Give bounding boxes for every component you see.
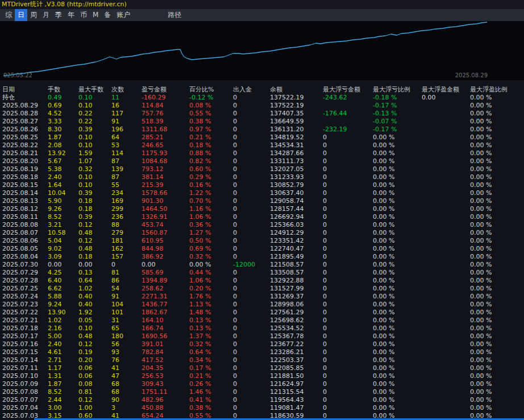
table-row[interactable]: 2025.07.088.520.81681751.111.46 %0121315… (2, 388, 524, 396)
table-row[interactable]: 2025.07.300.000.0000.000.00 %-1200012150… (2, 261, 524, 269)
table-row[interactable]: 2025.08.290.690.1016114.840.08 %0137522.… (2, 102, 524, 110)
tab-年[interactable]: 年 (65, 9, 77, 21)
table-cell: 0 (233, 149, 270, 157)
table-cell: 1751.11 (142, 388, 189, 396)
table-cell: 128998.06 (270, 301, 323, 309)
column-header-百分比%[interactable]: 百分比% (189, 85, 233, 94)
table-row[interactable]: 持仓0.490.1011-160.29-0.12 %0137522.19-243… (2, 94, 524, 102)
table-cell: 31 (111, 317, 142, 325)
table-row[interactable]: 2025.08.182.400.1087381.140.29 %0131233.… (2, 173, 524, 181)
table-row[interactable]: 2025.08.222.080.1053246.650.18 %0134534.… (2, 142, 524, 149)
table-row[interactable]: 2025.07.2213.901.921011862.671.48 %01275… (2, 309, 524, 317)
table-row[interactable]: 2025.07.239.240.401041436.771.13 %012899… (2, 301, 524, 309)
table-row[interactable]: 2025.08.118.520.392361326.911.06 %012669… (2, 213, 524, 221)
table-row[interactable]: 2025.08.2113.921.591141175.930.88 %01342… (2, 149, 524, 157)
table-cell (422, 317, 470, 325)
table-row[interactable]: 2025.07.142.710.2076417.520.34 %0122503.… (2, 356, 524, 364)
table-row[interactable]: 2025.08.083.210.1288453.740.36 %0125366.… (2, 221, 524, 229)
table-cell: 0 (233, 213, 270, 221)
table-cell: 134534.31 (270, 142, 323, 149)
column-header-手数[interactable]: 手数 (48, 85, 78, 94)
table-cell: 0 (323, 149, 373, 157)
table-row[interactable]: 2025.08.043.090.18157386.920.32 %0121895… (2, 253, 524, 261)
table-cell: 0.60 % (189, 165, 233, 173)
table-cell: 0.00 % (470, 332, 521, 340)
table-row[interactable]: 2025.08.135.900.18169901.300.70 %0129058… (2, 197, 524, 205)
column-header-最大浮盈金额[interactable]: 最大浮盈金额 (422, 85, 470, 94)
table-row[interactable]: 2025.07.111.170.0641204.350.17 %0122085.… (2, 364, 524, 372)
table-cell: 0.00 % (470, 229, 521, 237)
table-cell: 3 (111, 404, 142, 412)
table-cell: 1.64 (48, 181, 78, 189)
table-row[interactable]: 2025.07.211.020.0531164.100.13 %0125698.… (2, 317, 524, 325)
table-row[interactable]: 2025.07.175.000.481801690.561.37 %012536… (2, 332, 524, 340)
table-cell (422, 134, 470, 142)
tab-周[interactable]: 周 (27, 9, 40, 21)
table-row[interactable]: 2025.07.091.870.0868309.430.26 %0121624.… (2, 380, 524, 388)
table-cell: 0.00 % (373, 356, 422, 364)
table-cell: 55 (111, 181, 142, 189)
table-cell: 0 (323, 301, 373, 309)
table-row[interactable]: 2025.08.151.640.1055215.390.16 %0130852.… (2, 181, 524, 189)
table-row[interactable]: 2025.08.284.520.22117757.760.55 %0137407… (2, 110, 524, 118)
table-row[interactable]: 2025.07.072.440.1290482.960.41 %0119564.… (2, 396, 524, 404)
column-header-日期[interactable]: 日期 (2, 85, 48, 94)
table-cell: 2025.08.15 (2, 181, 48, 189)
column-header-最大浮亏金额[interactable]: 最大浮亏金额 (323, 85, 373, 94)
table-row[interactable]: 2025.07.182.160.1065166.740.13 %0125534.… (2, 325, 524, 332)
table-row[interactable]: 2025.07.162.400.1256391.010.32 %0123677.… (2, 340, 524, 348)
table-cell: 0.00 % (470, 197, 521, 205)
table-cell: 2025.08.05 (2, 245, 48, 253)
table-row[interactable]: 2025.07.101.310.0647256.530.21 %0121881.… (2, 372, 524, 380)
tab-综[interactable]: 综 (2, 9, 15, 21)
table-row[interactable]: 2025.08.273.330.2291518.390.38 %0136649.… (2, 118, 524, 126)
table-row[interactable]: 2025.08.059.020.48162844.980.69 %0122740… (2, 245, 524, 253)
table-cell: 757.76 (142, 110, 189, 118)
table-cell: 0.00 % (470, 325, 521, 332)
table-cell: 204.35 (142, 364, 189, 372)
table-cell: 1464.50 (142, 205, 189, 213)
table-row[interactable]: 2025.08.1410.040.392341578.661.22 %01306… (2, 189, 524, 197)
table-cell (422, 126, 470, 134)
table-row[interactable]: 2025.07.154.610.1993782.840.64 %0123286.… (2, 348, 524, 356)
tab-季[interactable]: 季 (52, 9, 65, 21)
table-row[interactable]: 2025.08.205.671.07871084.680.82 %0133111… (2, 157, 524, 165)
table-row[interactable]: 2025.08.195.380.32139793.120.60 %0132027… (2, 165, 524, 173)
table-cell: 0 (233, 126, 270, 134)
column-header-最大浮亏比例[interactable]: 最大浮亏比例 (373, 85, 422, 94)
table-row[interactable]: 2025.07.294.250.1381585.690.44 %0133508.… (2, 269, 524, 277)
table-cell: 299 (111, 205, 142, 213)
table-cell: 1.22 % (189, 189, 233, 197)
tab-M[interactable]: M (90, 9, 101, 21)
tab-path[interactable]: 路径 (165, 9, 184, 21)
table-cell: 125367.78 (270, 332, 323, 340)
table-cell: 121895.49 (270, 253, 323, 261)
tab-日[interactable]: 日 (15, 9, 27, 21)
column-header-最大手数[interactable]: 最大手数 (78, 85, 111, 94)
tab-备[interactable]: 备 (101, 9, 114, 21)
column-header-最大浮盈比例[interactable]: 最大浮盈比例 (470, 85, 521, 94)
column-header-次数[interactable]: 次数 (111, 85, 142, 94)
table-row[interactable]: 2025.07.256.621.0254258.620.20 %0131527.… (2, 285, 524, 293)
table-row[interactable]: 2025.07.286.400.64861394.891.06 %0132922… (2, 277, 524, 285)
table-cell: 0.00 % (470, 181, 521, 189)
table-row[interactable]: 2025.08.251.870.1064285.210.21 %0134819.… (2, 134, 524, 142)
tab-月[interactable]: 月 (40, 9, 52, 21)
table-cell: 0.18 (78, 253, 111, 261)
table-cell: 0.00 % (470, 157, 521, 165)
column-header-盈亏金额[interactable]: 盈亏金额 (142, 85, 189, 94)
table-cell: 121624.97 (270, 380, 323, 388)
tab-账户[interactable]: 账户 (114, 9, 133, 21)
tab-币[interactable]: 币 (77, 9, 90, 21)
column-header-出入金[interactable]: 出入金 (233, 85, 270, 94)
table-row[interactable]: 2025.07.245.880.40912271.311.76 %0131269… (2, 293, 524, 301)
table-row[interactable]: 2025.08.129.260.182991464.501.16 %012815… (2, 205, 524, 213)
table-cell: 3.09 (48, 253, 78, 261)
table-row[interactable]: 2025.08.065.040.12181610.950.50 %0123351… (2, 237, 524, 245)
table-row[interactable]: 2025.08.268.300.391961311.680.97 %013613… (2, 126, 524, 134)
column-header-余额[interactable]: 余额 (270, 85, 323, 94)
table-row[interactable]: 2025.07.043.001.003450.880.38 %0119081.4… (2, 404, 524, 412)
table-cell: 0.00 % (373, 134, 422, 142)
table-row[interactable]: 2025.08.0710.580.482791560.871.27 %01249… (2, 229, 524, 237)
table-cell: 0.64 (78, 277, 111, 285)
